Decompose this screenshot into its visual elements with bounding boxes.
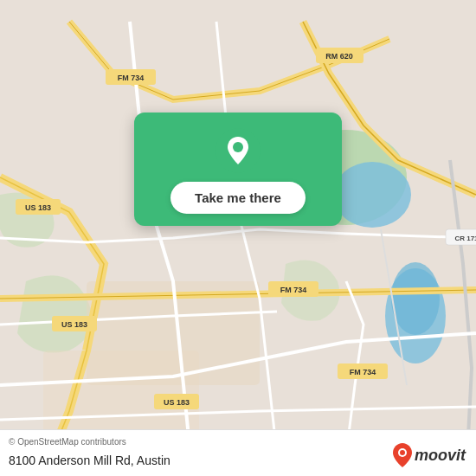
svg-point-1	[333, 162, 411, 228]
map-container: FM 734 FM 734 FM 734 RM 620 US 183 US 18…	[0, 0, 476, 476]
svg-text:US 183: US 183	[25, 203, 51, 212]
svg-text:FM 734: FM 734	[118, 74, 145, 82]
svg-point-23	[233, 142, 243, 152]
bottom-bar: © OpenStreetMap contributors 8100 Anders…	[0, 429, 476, 476]
svg-point-3	[391, 262, 440, 335]
svg-text:US 183: US 183	[164, 398, 190, 407]
take-me-there-button[interactable]: Take me there	[170, 182, 306, 214]
map-roads: FM 734 FM 734 FM 734 RM 620 US 183 US 18…	[0, 0, 476, 476]
svg-text:CR 171: CR 171	[454, 235, 476, 242]
moovit-pin-icon	[393, 443, 412, 467]
moovit-logo: moovit	[393, 443, 466, 467]
address-label: 8100 Anderson Mill Rd, Austin	[9, 453, 170, 467]
location-card: Take me there	[134, 113, 342, 226]
svg-text:US 183: US 183	[61, 320, 87, 329]
svg-text:RM 620: RM 620	[325, 52, 353, 61]
moovit-brand-text: moovit	[415, 447, 466, 465]
svg-point-25	[400, 450, 405, 455]
svg-text:FM 734: FM 734	[280, 286, 307, 294]
svg-text:FM 734: FM 734	[350, 368, 376, 376]
location-pin-icon	[215, 128, 261, 173]
osm-attribution: © OpenStreetMap contributors	[9, 437, 126, 447]
